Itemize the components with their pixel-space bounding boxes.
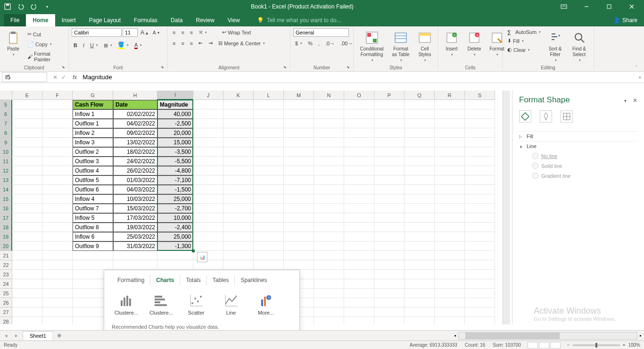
cell-G9[interactable]: Inflow 3	[73, 138, 113, 147]
accounting-format-button[interactable]: $▾	[293, 40, 304, 47]
sheet-nav-next[interactable]: ▸	[15, 332, 18, 339]
border-button[interactable]: ⊞▾	[102, 42, 114, 50]
fill-section-header[interactable]: ▷Fill	[519, 131, 637, 141]
cell-H10[interactable]: 18/02/2022	[113, 147, 157, 157]
cell-I14[interactable]: -1,500	[157, 185, 193, 194]
effects-tab-icon[interactable]	[540, 110, 552, 123]
row-header-28[interactable]: 28	[0, 317, 12, 324]
insert-cells-button[interactable]: +Insert▾	[441, 28, 462, 58]
alignment-launcher[interactable]: ⬊	[283, 65, 288, 70]
collapse-ribbon-button[interactable]: ˄	[636, 65, 640, 70]
vertical-scrollbar[interactable]	[503, 91, 510, 324]
tab-data[interactable]: Data	[164, 14, 189, 26]
cell-G10[interactable]: Outflow 2	[73, 147, 113, 157]
column-header-G[interactable]: G	[73, 91, 113, 100]
qa-tab-sparklines[interactable]: Sparklines	[235, 275, 272, 285]
normal-view-button[interactable]	[528, 342, 538, 349]
delete-cells-button[interactable]: ×Delete▾	[464, 28, 485, 58]
row-header-12[interactable]: 12	[0, 166, 12, 175]
cell-H16[interactable]: 15/03/2022	[113, 204, 157, 213]
cell-G17[interactable]: Inflow 5	[73, 213, 113, 223]
cell-G19[interactable]: Inflow 6	[73, 232, 113, 241]
row-header-23[interactable]: 23	[0, 270, 12, 279]
tab-file[interactable]: File	[4, 14, 26, 26]
column-header-L[interactable]: L	[254, 91, 284, 100]
cell-H17[interactable]: 17/03/2022	[113, 213, 157, 223]
cell-G13[interactable]: Outlfow 5	[73, 175, 113, 185]
decrease-font-button[interactable]: A▾	[151, 29, 161, 36]
row-header-17[interactable]: 17	[0, 213, 12, 223]
qa-tab-charts[interactable]: Charts	[150, 275, 180, 285]
align-bottom-button[interactable]: ≡	[188, 29, 195, 36]
row-header-18[interactable]: 18	[0, 223, 12, 232]
percent-button[interactable]: %	[306, 40, 314, 47]
row-header-19[interactable]: 19	[0, 232, 12, 241]
cell-H5[interactable]: Date	[113, 100, 157, 109]
font-size-select[interactable]	[123, 28, 138, 37]
row-header-13[interactable]: 13	[0, 175, 12, 185]
tell-me-search[interactable]: 💡Tell me what you want to do...	[254, 14, 344, 26]
cell-G12[interactable]: Outflow 4	[73, 166, 113, 175]
sort-filter-button[interactable]: Sort & Filter▾	[545, 28, 566, 64]
hscroll-left[interactable]: ◂	[452, 332, 458, 339]
hscroll-right[interactable]: ▸	[637, 332, 644, 339]
cell-G8[interactable]: Inflow 2	[73, 128, 113, 138]
zoom-in-button[interactable]: +	[623, 342, 626, 348]
cell-G11[interactable]: Outflow 3	[73, 157, 113, 166]
cell-I8[interactable]: 20,000	[157, 128, 193, 138]
cell-I9[interactable]: 15,000	[157, 138, 193, 147]
no-line-radio[interactable]: No line	[519, 151, 637, 161]
formula-input[interactable]	[80, 73, 636, 82]
autosum-button[interactable]: ∑ AutoSum▾	[505, 28, 543, 36]
conditional-formatting-button[interactable]: Conditional Formatting▾	[356, 28, 387, 64]
qa-tab-totals[interactable]: Totals	[180, 275, 206, 285]
decrease-decimal-button[interactable]: .00→	[339, 40, 355, 47]
align-left-button[interactable]: ≡	[171, 40, 177, 47]
cell-I15[interactable]: 25,000	[157, 194, 193, 204]
orientation-button[interactable]: ⤭▾	[197, 28, 209, 36]
row-header-11[interactable]: 11	[0, 157, 12, 166]
close-button[interactable]	[621, 0, 642, 13]
column-header-H[interactable]: H	[113, 91, 157, 100]
share-button[interactable]: 👤Share	[607, 14, 644, 26]
expand-formula-bar-icon[interactable]: ▾	[636, 75, 644, 80]
cell-H8[interactable]: 09/02/2022	[113, 128, 157, 138]
qa-tab-tables[interactable]: Tables	[207, 275, 235, 285]
cell-H20[interactable]: 31/03/2022	[113, 241, 157, 251]
row-header-15[interactable]: 15	[0, 194, 12, 204]
italic-button[interactable]: I	[81, 42, 86, 49]
column-header-Q[interactable]: Q	[405, 91, 435, 100]
cell-H6[interactable]: 02/02/2022	[113, 109, 157, 119]
zoom-slider[interactable]	[573, 344, 620, 346]
cell-G5[interactable]: Cash Flow	[73, 100, 113, 109]
cell-I16[interactable]: -2,700	[157, 204, 193, 213]
cell-H7[interactable]: 04/02/2022	[113, 119, 157, 128]
qa-tab-formatting[interactable]: Formatting	[112, 275, 150, 285]
row-header-7[interactable]: 7	[0, 119, 12, 128]
cell-I11[interactable]: -5,500	[157, 157, 193, 166]
increase-font-button[interactable]: A▴	[139, 28, 150, 37]
page-break-view-button[interactable]	[550, 342, 561, 349]
column-header-N[interactable]: N	[314, 91, 344, 100]
cell-H9[interactable]: 13/02/2022	[113, 138, 157, 147]
cell-I20[interactable]: -1,300	[157, 241, 193, 251]
cell-H18[interactable]: 19/03/2022	[113, 223, 157, 232]
column-header-O[interactable]: O	[344, 91, 374, 100]
cell-G14[interactable]: Outflow 6	[73, 185, 113, 194]
column-header-J[interactable]: J	[193, 91, 223, 100]
clipboard-launcher[interactable]: ⬊	[62, 65, 66, 70]
row-header-5[interactable]: 5	[0, 100, 12, 109]
underline-button[interactable]: U▾	[88, 42, 100, 49]
row-header-16[interactable]: 16	[0, 204, 12, 213]
cut-button[interactable]: ✂Cut	[25, 30, 66, 38]
column-header-I[interactable]: I	[157, 91, 193, 100]
select-all-corner[interactable]	[0, 91, 12, 100]
increase-decimal-button[interactable]: .0→	[323, 40, 337, 47]
cell-G18[interactable]: Outflow 8	[73, 223, 113, 232]
qa-chart-clustered-column[interactable]: Clustere...	[114, 294, 139, 316]
cell-I19[interactable]: 25,000	[157, 232, 193, 241]
column-header-F[interactable]: F	[42, 91, 73, 100]
paste-button[interactable]: Paste▾	[3, 28, 24, 58]
quick-analysis-button[interactable]: 📊	[197, 252, 207, 262]
clear-button[interactable]: ◐Clear▾	[505, 46, 543, 54]
